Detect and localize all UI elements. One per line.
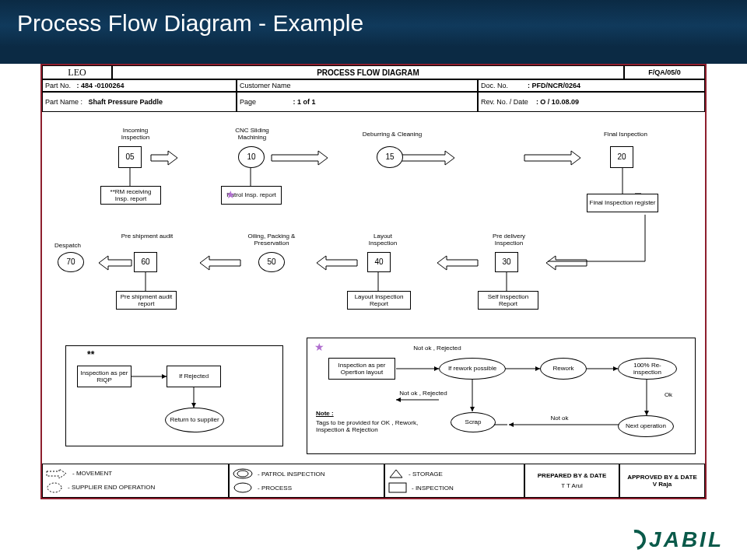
star-icon: ★ [226,188,236,201]
sub1-mark: ** [87,350,94,360]
approved-value: V Raja [653,481,672,488]
sub2-next: Next operation [618,415,674,437]
subprocess-rework [307,338,696,454]
op70-title: Despatch [48,243,87,250]
approved-by: APPROVED BY & DATE V Raja [619,464,705,498]
legend-process: - PROCESS [258,485,292,492]
sub2-ok: Ok [657,392,680,399]
doc-value: : PFD/NCR/0264 [528,82,580,89]
sub2-note: Tags to be provided for OK , Rework, Ins… [316,420,425,434]
movement-icon [46,469,68,478]
part-no-row: Part No. : 484 -0100264 [42,79,237,92]
svg-rect-23 [389,483,406,492]
slide-title: Process Flow Diagram - Example [17,10,363,37]
op60: 60 [134,252,157,272]
op50-title: Oiling, Packing & Preservation [237,233,307,247]
part-no-value: : 484 -0100264 [77,82,124,89]
customer-row: Customer Name [237,79,478,92]
op05-doc: **RM receiving Insp. report [100,186,161,205]
op70: 70 [58,252,84,272]
sub2-notok1: Not ok , Rejected [406,345,468,352]
op50: 50 [258,252,285,272]
doc-row: Doc. No. : PFD/NCR/0264 [478,79,705,92]
jabil-swirl-icon [622,526,650,554]
doc-label: Doc. No. [481,82,508,89]
part-name-label: Part Name : [45,98,82,106]
op15: 15 [377,146,403,168]
legend-col3: - STORAGE - INSPECTION [384,464,524,498]
form-number: F/QA/05/0 [624,65,705,79]
op15-title: Deburring & Cleaning [349,131,435,138]
op10-title: CNC Sliding Machining [225,128,279,142]
form-heading: PROCESS FLOW DIAGRAM [112,65,624,79]
svg-point-21 [237,471,248,477]
legend-inspection: - INSPECTION [412,485,454,492]
op60-title: Pre shipment audit [120,233,174,240]
patrol-icon [233,468,253,479]
slide-title-bar: Process Flow Diagram - Example [0,0,747,47]
op30-doc: Self Inspection Report [478,291,538,310]
sub2-notok3: Not ok [540,415,579,422]
rev-row: Rev. No. / Date : O / 10.08.09 [478,92,705,112]
prepared-by: PREPARED BY & DATE T T Arul [524,464,619,498]
op05: 05 [118,146,142,168]
approved-label: APPROVED BY & DATE [627,474,697,481]
page-row: Page : 1 of 1 [237,92,478,112]
subprocess-riqp [65,345,283,446]
op40-title: Layout Inspection [359,233,406,247]
part-name-row: Part Name : Shaft Pressure Paddle [42,92,237,112]
prepared-value: T T Arul [561,482,583,489]
op40-doc: Layout Inspection Report [347,291,411,310]
part-name-value: Shaft Pressure Paddle [89,99,163,106]
legend-col2: - PATROL INSPECTION - PROCESS [229,464,384,498]
op40: 40 [367,252,391,272]
inspection-icon [388,482,407,493]
jabil-text: JABIL [649,527,724,552]
svg-point-22 [234,483,251,492]
op60-doc: Pre shipment audit report [116,291,177,310]
sub2-inspection: Inspection as per Opertion layout [328,358,395,380]
op10: 10 [238,146,265,168]
op30-title: Pre delivery Inspection [478,233,540,247]
legend-col1: - MOVEMENT - SUPPLIER END OPERATION [42,464,229,498]
sub1-return: Return to supplier [165,408,224,432]
part-no-label: Part No. [45,82,71,89]
page-label: Page [240,98,256,106]
storage-icon [388,468,404,479]
rev-value: : O / 10.08.09 [536,98,579,106]
process-icon [233,482,253,493]
sub2-note-h: Note : [316,411,409,418]
star-icon: ★ [314,341,324,353]
sub2-notok2: Not ok , Rejected [392,390,454,397]
page-value: : 1 of 1 [293,98,316,106]
op30: 30 [495,252,518,272]
svg-point-19 [47,483,61,492]
op20: 20 [610,146,633,168]
sub2-rework-possible: If rework possible [439,358,506,380]
company-cell: LEO [42,65,112,79]
process-flow-diagram: LEO PROCESS FLOW DIAGRAM F/QA/05/0 Part … [40,64,707,499]
op20-title: Final Isnpection [594,131,657,138]
jabil-logo: JABIL [626,527,724,552]
rev-label: Rev. No. / Date [481,98,528,106]
supplier-icon [46,482,63,493]
legend-storage: - STORAGE [409,471,443,478]
op05-title: Incoming Inspection [108,128,163,142]
sub1-inspection: Inspection as per RIQP [77,366,132,387]
prepared-label: PREPARED BY & DATE [538,472,606,479]
sub2-reinspect: 100% Re-inspection [618,358,677,380]
sub1-rejected: If Rejected [167,366,221,387]
legend-patrol: - PATROL INSPECTION [258,471,325,478]
legend-supplier: - SUPPLIER END OPERATION [68,484,155,491]
sub2-scrap: Scrap [451,412,496,432]
slide-subband [0,47,747,64]
sub2-rework: Rework [540,358,587,380]
op20-doc: Final Inspection register [587,194,658,212]
legend-movement: - MOVEMENT [72,470,112,477]
